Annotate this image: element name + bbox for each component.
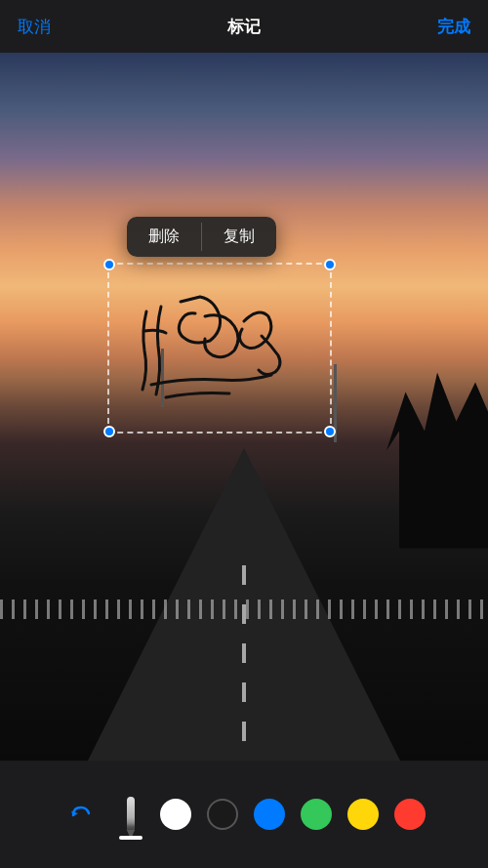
done-button[interactable]: 完成 bbox=[437, 16, 470, 38]
pen-selected-indicator bbox=[119, 836, 142, 840]
signature-drawing bbox=[107, 263, 332, 434]
photo-wrapper: 删除 复制 bbox=[0, 53, 488, 761]
page-title: 标记 bbox=[227, 16, 261, 38]
undo-icon bbox=[67, 802, 93, 827]
color-white-button[interactable] bbox=[160, 799, 191, 830]
pen-icon bbox=[127, 797, 135, 832]
content-area: 删除 复制 bbox=[0, 53, 488, 761]
pen-tool-button[interactable] bbox=[117, 793, 144, 836]
toolbar-row bbox=[0, 793, 488, 836]
color-red-button[interactable] bbox=[394, 799, 426, 830]
undo-button[interactable] bbox=[62, 797, 98, 832]
copy-button[interactable]: 复制 bbox=[202, 217, 276, 257]
color-blue-button[interactable] bbox=[254, 799, 285, 830]
cancel-button[interactable]: 取消 bbox=[18, 16, 51, 38]
context-menu: 删除 复制 bbox=[127, 217, 276, 257]
delete-button[interactable]: 删除 bbox=[127, 217, 201, 257]
color-yellow-button[interactable] bbox=[347, 799, 379, 830]
bottom-toolbar bbox=[0, 761, 488, 868]
road-center-line bbox=[242, 565, 246, 761]
color-green-button[interactable] bbox=[301, 799, 332, 830]
header: 取消 标记 完成 bbox=[0, 0, 488, 53]
color-black-button[interactable] bbox=[207, 799, 238, 830]
road-fence bbox=[0, 599, 488, 619]
